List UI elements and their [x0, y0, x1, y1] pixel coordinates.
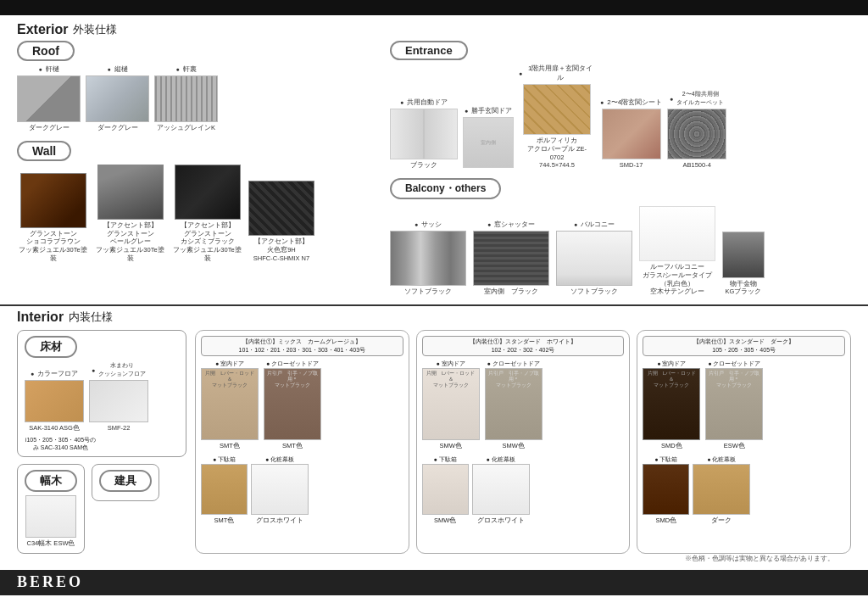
- interior-right: 【内装仕①】ミックス カームグレージュ】101・102・201・203・301・…: [195, 330, 851, 554]
- interior-left: 床材 カラーフロア SAK-3140 ASG色 水まわりクッションフロア SMF…: [17, 330, 186, 554]
- interior-title-en: Interior: [17, 310, 64, 325]
- cp1-shoebox-color: SMT色: [214, 516, 235, 525]
- cp3-room-door-label: 室内ドア: [657, 360, 686, 368]
- floor-label: 床材: [40, 339, 62, 354]
- roof-item-2-label: 縦樋: [107, 64, 127, 74]
- exterior-content-row: Roof 軒樋 ダークグレー 縦樋 ダークグレー: [17, 41, 851, 296]
- balcony-shutter-img: [473, 231, 549, 286]
- wall-items: グランストーンショコラブラウンフッ素ジュエル30Te塗装 【アクセント部】グラン…: [17, 165, 373, 263]
- cp2-room-door-label: 室内ドア: [437, 360, 465, 368]
- roof-item-3-label: 軒裏: [175, 64, 196, 74]
- entrance-img-3: [523, 84, 591, 135]
- floor-cushion-desc: SMF-22: [108, 424, 131, 433]
- balcony-balcony-img: [556, 231, 632, 286]
- entrance-item-4-label: 2〜4階玄関シート: [600, 98, 662, 107]
- baseboard-label: 幅木: [40, 473, 62, 488]
- entrance-img-2: 室内側: [463, 117, 514, 168]
- cp1-makeup: 化粧幕板 グロスホワイト: [251, 455, 309, 525]
- entrance-img-5: [667, 109, 726, 159]
- cp2-closet-door-img: 片引戸 引手・ノブ取用＊マットブラック: [485, 368, 542, 440]
- floor-note: i105・205・305・405号のみ SAC-3140 SAM色: [25, 436, 97, 451]
- balcony-balcony-desc: ソフトブラック: [570, 287, 618, 296]
- color-panel-2-doors: 室内ドア 片開 Lバー・ロッド＆マットブラック SMW色 クローゼットドア 片引…: [422, 360, 625, 450]
- exterior-title: Exterior 外装仕様: [17, 22, 851, 37]
- entrance-item-3-desc: ポルフィリカアクロパープル ZE-0702744.5×744.5: [521, 137, 593, 170]
- cp2-makeup-img: [472, 464, 530, 515]
- interior-columns: 床材 カラーフロア SAK-3140 ASG色 水まわりクッションフロア SMF…: [17, 330, 851, 554]
- wall-swatch-3: [175, 165, 241, 220]
- balcony-item-metal: 物干金物KGブラック: [722, 232, 765, 297]
- entrance-item-4-desc: SMD-17: [620, 161, 643, 170]
- wall-item-2-desc: 【アクセント部】グランストーンベールグレーフッ素ジュエル30Te塗装: [94, 221, 166, 263]
- interior-section: Interior 内装仕様 床材 カラーフロア SAK-3140 ASG色: [0, 304, 868, 570]
- cp2-shoebox-label: 下駄箱: [434, 455, 457, 464]
- baseboard-panel: 幅木 C34幅木 ESW色: [17, 464, 85, 554]
- wall-item-2: 【アクセント部】グランストーンベールグレーフッ素ジュエル30Te塗装: [94, 165, 166, 263]
- fittings-label: 建具: [114, 473, 136, 488]
- balcony-bubble: Balcony・others: [390, 178, 501, 199]
- entrance-item-5-desc: AB1500-4: [682, 161, 710, 170]
- interior-title: Interior 内装仕様: [17, 310, 851, 325]
- fittings-bubble: 建具: [99, 470, 152, 492]
- floor-color-img: [25, 380, 84, 422]
- cp3-closet-door-img: 片引戸 引手・ノブ取用＊マットブラック: [705, 368, 763, 440]
- top-bar: [0, 0, 868, 15]
- cp2-storage-row: 下駄箱 SMW色 化粧幕板 グロスホワイト: [422, 455, 625, 525]
- cp2-closet-door: クローゼットドア 片引戸 引手・ノブ取用＊マットブラック SMW色: [485, 360, 542, 450]
- roof-item-3: 軒裏 アッシュグレインK: [154, 64, 218, 132]
- balcony-shutter-desc: 室内側 ブラック: [484, 287, 538, 296]
- cp1-room-door: 室内ドア 片開 Lバー・ロッド＆マットブラック SMT色: [201, 360, 259, 450]
- entrance-panel: Entrance 共用自動ドア ブラック 勝手玄関ドア 室内側: [390, 41, 851, 170]
- roof-item-2: 縦樋 ダークグレー: [86, 64, 149, 132]
- entrance-item-3: 1階共用扉＋玄関タイル ポルフィリカアクロパープル ZE-0702744.5×7…: [519, 64, 595, 170]
- entrance-item-1: 共用自動ドア ブラック: [390, 98, 458, 170]
- wall-swatch-2: [97, 165, 164, 220]
- cp1-shoebox-img: [201, 464, 248, 515]
- baseboard-img: [25, 495, 76, 538]
- balcony-panel: Balcony・others サッシ ソフトブラック 窓シャッター 室内側 ブラ…: [390, 178, 851, 296]
- exterior-right: Entrance 共用自動ドア ブラック 勝手玄関ドア 室内側: [390, 41, 851, 296]
- balcony-item-balcony: バルコニー ソフトブラック: [556, 220, 632, 296]
- floor-cushion-img: [89, 380, 148, 422]
- floor-panel: 床材 カラーフロア SAK-3140 ASG色 水まわりクッションフロア SMF…: [17, 330, 186, 457]
- floor-items: カラーフロア SAK-3140 ASG色 水まわりクッションフロア SMF-22: [25, 361, 179, 433]
- interior-title-jp: 内装仕様: [69, 310, 113, 325]
- roof-item-3-desc: アッシュグレインK: [157, 124, 215, 132]
- baseboard-bubble: 幅木: [25, 470, 77, 492]
- cp3-shoebox: 下駄箱 SMD色: [643, 455, 689, 525]
- balcony-sash-desc: ソフトブラック: [404, 287, 452, 296]
- footer: BEREO: [0, 570, 868, 595]
- baseboard-desc: C34幅木 ESW色: [27, 539, 75, 548]
- balcony-item-shutter: 窓シャッター 室内側 ブラック: [473, 220, 549, 296]
- cp3-closet-door: クローゼットドア 片引戸 引手・ノブ取用＊マットブラック ESW色: [705, 360, 763, 450]
- cp1-closet-door-color: SMT色: [282, 442, 303, 450]
- wall-item-3: 【アクセント部】グランストーンカシズミブラックフッ素ジュエル30Te塗装: [171, 165, 243, 263]
- balcony-items: サッシ ソフトブラック 窓シャッター 室内側 ブラック バルコニー: [390, 206, 851, 296]
- cp1-room-door-label: 室内ドア: [215, 360, 244, 368]
- fittings-panel: 建具: [92, 464, 159, 501]
- balcony-metal-desc: 物干金物KGブラック: [726, 280, 762, 297]
- floor-item-color: カラーフロア SAK-3140 ASG色: [25, 369, 84, 433]
- cp2-room-door-img: 片開 Lバー・ロッド＆マットブラック: [422, 368, 480, 440]
- roof-panel: Roof 軒樋 ダークグレー 縦樋 ダークグレー: [17, 41, 373, 132]
- floor-color-label: カラーフロア: [31, 369, 78, 378]
- cp2-shoebox-color: SMW色: [434, 516, 456, 525]
- wall-label: Wall: [32, 144, 56, 158]
- exterior-section: Exterior 外装仕様 Roof 軒樋 ダークグレー: [0, 15, 868, 299]
- color-panel-3-title: 【内装仕①】スタンダード ダーク】105・205・305・405号: [643, 336, 845, 356]
- exterior-left: Roof 軒樋 ダークグレー 縦樋 ダークグレー: [17, 41, 373, 296]
- entrance-item-1-desc: ブラック: [410, 161, 437, 170]
- entrance-label: Entrance: [405, 44, 453, 57]
- baseboard-fittings-row: 幅木 C34幅木 ESW色 建具: [17, 464, 186, 554]
- cp3-shoebox-label: 下駄箱: [654, 455, 677, 464]
- balcony-sash-label: サッシ: [415, 220, 442, 229]
- cp2-closet-door-color: SMW色: [503, 442, 525, 450]
- cp2-makeup-color: グロスホワイト: [477, 516, 525, 525]
- cp2-shoebox: 下駄箱 SMW色: [422, 455, 469, 525]
- balcony-balcony-label: バルコニー: [574, 220, 615, 229]
- cp2-shoebox-img: [422, 464, 469, 515]
- entrance-item-4: 2〜4階玄関シート SMD-17: [600, 98, 662, 170]
- color-panel-1-title: 【内装仕①】ミックス カームグレージュ】101・102・201・203・301・…: [201, 336, 403, 356]
- cp1-storage-row: 下駄箱 SMT色 化粧幕板 グロスホワイト: [201, 455, 403, 525]
- balcony-metal-img: [722, 232, 765, 278]
